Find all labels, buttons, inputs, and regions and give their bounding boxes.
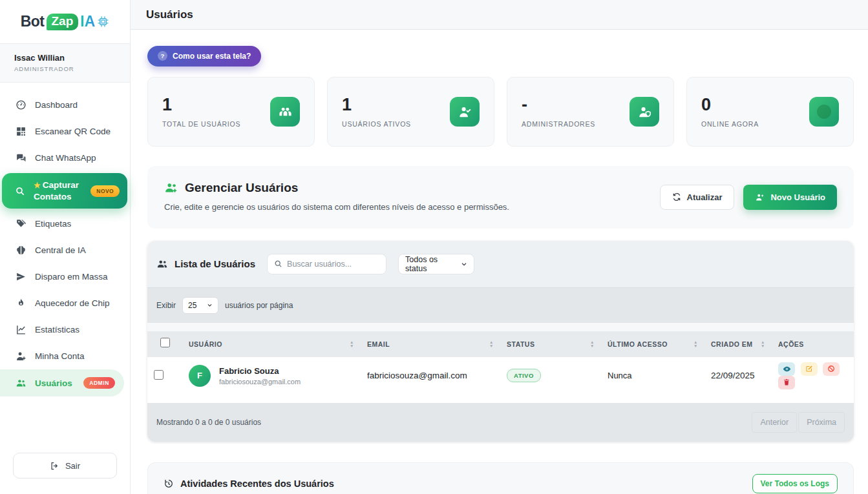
status-filter-select[interactable]: Todos os status bbox=[398, 254, 474, 274]
select-all-checkbox[interactable] bbox=[160, 338, 170, 347]
users-gear-icon bbox=[164, 181, 178, 195]
stat-card-total-usuarios: 1 TOTAL DE USUÁRIOS bbox=[147, 77, 315, 147]
view-all-logs-button[interactable]: Ver Todos os Logs bbox=[752, 474, 838, 493]
col-header-ultimo-acesso[interactable]: ÚLTIMO ACESSO bbox=[608, 340, 668, 348]
user-info: Issac Willian ADMINISTRADOR bbox=[0, 43, 130, 83]
sort-icon[interactable]: ▲▼ bbox=[693, 340, 698, 347]
per-page-row: Exibir 25 usuários por página bbox=[147, 287, 854, 323]
col-header-criado-em[interactable]: CRIADO EM bbox=[711, 340, 753, 348]
col-header-status[interactable]: STATUS bbox=[507, 340, 535, 348]
stat-card-usuarios-ativos: 1 USUÁRIOS ATIVOS bbox=[327, 77, 494, 147]
table-gap bbox=[147, 323, 854, 331]
search-icon bbox=[15, 186, 25, 196]
stat-card-administradores: - ADMINISTRADORES bbox=[507, 77, 674, 147]
flame-icon bbox=[16, 298, 26, 309]
users-icon bbox=[270, 97, 300, 127]
topbar: Usuários bbox=[131, 0, 868, 30]
status-badge: ATIVO bbox=[507, 369, 541, 382]
sidebar-item-label: Usuários bbox=[35, 378, 72, 388]
manage-users-title: Gerenciar Usuários bbox=[185, 181, 298, 195]
next-page-button[interactable]: Próxima bbox=[798, 412, 845, 433]
refresh-icon bbox=[672, 192, 681, 201]
sidebar-item-label: Dashboard bbox=[35, 100, 78, 110]
users-list-card: Lista de Usuários Todos os status bbox=[147, 241, 854, 442]
user-row-email: fabriciosouza@gmail.com bbox=[361, 357, 500, 395]
help-button-label: Como usar esta tela? bbox=[173, 52, 251, 61]
new-user-button[interactable]: Novo Usuário bbox=[743, 185, 837, 210]
delete-button[interactable] bbox=[778, 376, 795, 389]
sidebar-item-usuarios[interactable]: Usuários ADMIN bbox=[0, 369, 124, 396]
sidebar-item-aquecedor-de-chip[interactable]: Aquecedor de Chip bbox=[0, 290, 130, 316]
col-header-usuario[interactable]: USUÁRIO bbox=[189, 340, 222, 348]
chip-icon bbox=[97, 15, 109, 28]
stat-label: ADMINISTRADORES bbox=[522, 120, 595, 128]
col-header-email[interactable]: EMAIL bbox=[367, 340, 390, 348]
users-list-title: Lista de Usuários bbox=[175, 258, 255, 269]
edit-icon bbox=[805, 365, 813, 373]
stats-row: 1 TOTAL DE USUÁRIOS 1 USUÁRIOS ATIVOS bbox=[147, 77, 854, 147]
admin-badge: ADMIN bbox=[83, 377, 115, 389]
brain-icon bbox=[16, 245, 26, 256]
recent-activities-card: Atividades Recentes dos Usuários Ver Tod… bbox=[147, 462, 854, 494]
logout-icon bbox=[50, 461, 59, 471]
block-button[interactable] bbox=[823, 362, 840, 376]
previous-page-button[interactable]: Anterior bbox=[752, 412, 797, 433]
user-role: ADMINISTRADOR bbox=[14, 65, 116, 72]
logo-text-ia: IA bbox=[80, 13, 95, 30]
star-icon: ★ bbox=[34, 181, 41, 190]
sidebar-item-minha-conta[interactable]: Minha Conta bbox=[0, 343, 130, 369]
users-icon bbox=[156, 258, 168, 270]
per-page-prefix: Exibir bbox=[156, 301, 176, 310]
paper-plane-icon bbox=[16, 271, 26, 282]
sidebar-item-qr-code[interactable]: Escanear QR Code bbox=[0, 118, 130, 145]
sidebar-item-central-de-ia[interactable]: Central de IA bbox=[0, 237, 130, 263]
pagination-summary: Mostrando 0 a 0 de 0 usuários bbox=[156, 418, 261, 427]
eye-icon bbox=[783, 365, 791, 373]
per-page-suffix: usuários por página bbox=[225, 301, 293, 310]
refresh-button[interactable]: Atualizar bbox=[660, 185, 735, 210]
sidebar-item-label: Aquecedor de Chip bbox=[35, 298, 110, 308]
table-row: F Fabricio Souza fabriciosouza@gmail.com… bbox=[147, 357, 854, 395]
stat-value: 1 bbox=[342, 96, 411, 114]
sidebar-item-capturar-contatos[interactable]: ★Capturar Contatos NOVO bbox=[2, 173, 127, 209]
per-page-value: 25 bbox=[188, 301, 196, 310]
logout-button[interactable]: Sair bbox=[13, 453, 117, 479]
help-button[interactable]: ? Como usar esta tela? bbox=[147, 46, 261, 67]
user-row-last-access: Nunca bbox=[601, 357, 704, 395]
manage-users-title-row: Gerenciar Usuários bbox=[164, 181, 509, 195]
content: ? Como usar esta tela? 1 TOTAL DE USUÁRI… bbox=[131, 30, 868, 494]
row-checkbox[interactable] bbox=[154, 370, 164, 380]
per-page-select[interactable]: 25 bbox=[182, 297, 218, 314]
logout-label: Sair bbox=[65, 461, 80, 471]
sidebar-item-dashboard[interactable]: Dashboard bbox=[0, 92, 130, 118]
sidebar-item-disparo-em-massa[interactable]: Disparo em Massa bbox=[0, 263, 130, 290]
chart-line-icon bbox=[16, 324, 26, 335]
sidebar-item-estatisticas[interactable]: Estatísticas bbox=[0, 316, 130, 343]
edit-button[interactable] bbox=[801, 362, 818, 376]
page-title: Usuários bbox=[146, 8, 193, 21]
new-user-button-label: Novo Usuário bbox=[770, 192, 825, 202]
stat-value: 0 bbox=[701, 96, 759, 114]
user-gear-icon bbox=[16, 351, 26, 362]
sort-icon[interactable]: ▲▼ bbox=[489, 340, 494, 347]
sidebar-item-chat-whatsapp[interactable]: Chat WhatsApp bbox=[0, 145, 130, 171]
user-row-sub-email: fabriciosouza@gmail.com bbox=[219, 378, 301, 386]
search-input[interactable] bbox=[287, 260, 379, 269]
sidebar-item-label: Escanear QR Code bbox=[35, 127, 111, 136]
user-check-icon bbox=[450, 97, 480, 127]
chevron-down-icon bbox=[207, 302, 213, 308]
stat-label: TOTAL DE USUÁRIOS bbox=[162, 120, 240, 128]
sidebar-item-label: Minha Conta bbox=[35, 351, 85, 361]
stat-value: - bbox=[522, 96, 595, 114]
trash-icon bbox=[783, 378, 790, 386]
sidebar-item-etiquetas[interactable]: Etiquetas bbox=[0, 211, 130, 237]
sidebar-item-label: Disparo em Massa bbox=[35, 272, 108, 282]
sort-icon[interactable]: ▲▼ bbox=[590, 340, 595, 347]
sort-icon[interactable]: ▲▼ bbox=[761, 340, 765, 347]
ban-icon bbox=[827, 365, 835, 373]
view-button[interactable] bbox=[778, 362, 795, 376]
user-name: Issac Willian bbox=[14, 53, 116, 63]
user-row-created-at: 22/09/2025 bbox=[704, 357, 772, 395]
user-plus-icon bbox=[755, 192, 765, 202]
sort-icon[interactable]: ▲▼ bbox=[350, 340, 354, 347]
